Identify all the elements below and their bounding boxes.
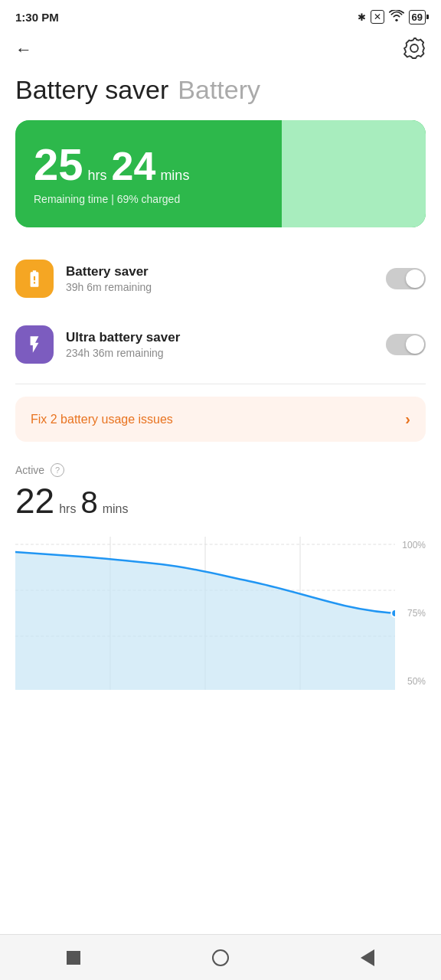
active-hours: 22 (15, 480, 54, 521)
battery-saver-row: Battery saver 39h 6m remaining (0, 246, 441, 312)
active-label: Active (15, 464, 44, 476)
chart-y-labels: 100% 75% 50% (402, 537, 426, 690)
battery-remaining: Remaining time | 69% charged (34, 193, 263, 205)
bottom-nav (0, 934, 441, 980)
battery-card-right (282, 120, 426, 227)
active-mins: 8 (80, 485, 97, 520)
active-time-row: 22 hrs 8 mins (15, 480, 426, 521)
battery-saver-toggle[interactable] (386, 268, 426, 289)
battery-card-left: 25 hrs 24 mins Remaining time | 69% char… (15, 120, 282, 227)
active-section: Active ? 22 hrs 8 mins (0, 454, 441, 528)
page-title-inactive: Battery (178, 75, 260, 105)
page-title-area: Battery saver Battery (0, 72, 441, 120)
square-icon (67, 951, 80, 965)
battery-mins: 24 (112, 146, 156, 186)
battery-chart: 100% 75% 50% (15, 537, 426, 690)
info-icon[interactable]: ? (51, 463, 64, 477)
chart-y-label-100: 100% (402, 540, 426, 550)
battery-saver-text: Battery saver 39h 6m remaining (66, 264, 374, 293)
active-hrs-label: hrs (59, 502, 76, 516)
battery-saver-icon (15, 260, 54, 298)
battery-saver-sub: 39h 6m remaining (66, 281, 374, 293)
battery-card: 25 hrs 24 mins Remaining time | 69% char… (15, 120, 426, 227)
battery-time-row: 25 hrs 24 mins (34, 142, 263, 187)
status-icons: ✱ ✕ 69 (358, 10, 426, 24)
back-button[interactable]: ← (15, 40, 32, 60)
active-label-row: Active ? (15, 463, 426, 477)
ultra-battery-saver-title: Ultra battery saver (66, 330, 374, 345)
status-time: 1:30 PM (15, 11, 59, 24)
battery-status: 69 (409, 10, 426, 24)
fix-banner[interactable]: Fix 2 battery usage issues › (15, 397, 426, 442)
ultra-battery-saver-icon (15, 325, 54, 364)
status-bar: 1:30 PM ✱ ✕ 69 (0, 0, 441, 31)
battery-hours: 25 (34, 142, 83, 187)
home-button[interactable] (57, 941, 90, 975)
svg-point-6 (391, 609, 395, 617)
page-title-active: Battery saver (15, 75, 168, 105)
battery-hrs-label: hrs (88, 168, 107, 184)
battery-saver-title: Battery saver (66, 264, 374, 279)
settings-button[interactable] (403, 37, 426, 63)
ultra-battery-saver-toggle[interactable] (386, 334, 426, 355)
ultra-battery-saver-text: Ultra battery saver 234h 36m remaining (66, 330, 374, 359)
x-icon: ✕ (371, 10, 384, 24)
chart-y-label-75: 75% (402, 608, 426, 619)
divider (15, 384, 426, 384)
battery-mins-label: mins (160, 168, 189, 184)
active-mins-label: mins (103, 502, 129, 516)
fix-chevron-icon: › (405, 410, 410, 428)
bluetooth-icon: ✱ (358, 11, 366, 23)
ultra-battery-saver-row: Ultra battery saver 234h 36m remaining (0, 312, 441, 377)
recents-button[interactable] (204, 941, 237, 975)
chart-y-label-50: 50% (402, 676, 426, 687)
circle-icon (212, 949, 229, 966)
triangle-icon (361, 949, 374, 966)
top-nav: ← (0, 31, 441, 72)
chart-area (15, 537, 395, 690)
ultra-battery-saver-sub: 234h 36m remaining (66, 347, 374, 359)
wifi-icon (389, 10, 404, 24)
back-nav-button[interactable] (351, 941, 384, 975)
fix-text: Fix 2 battery usage issues (31, 413, 173, 426)
